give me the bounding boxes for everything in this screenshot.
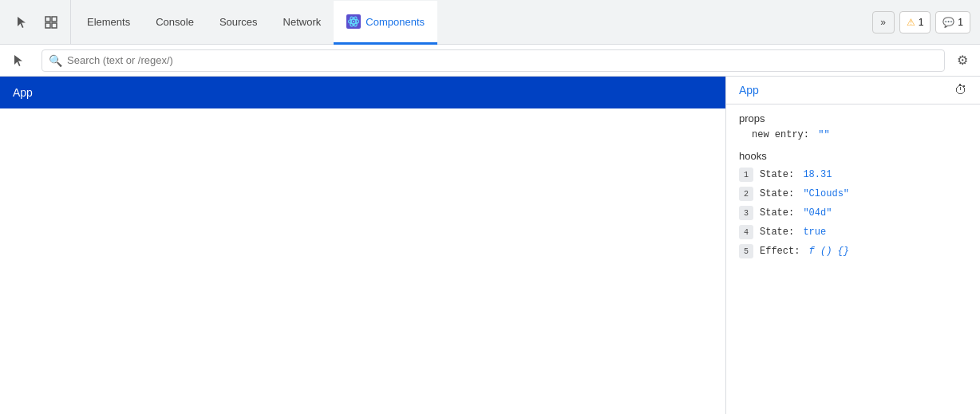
right-panel-header: App ⏱	[726, 77, 980, 104]
tab-elements[interactable]: Elements	[74, 1, 143, 45]
tab-bar-right: » ⚠ 1 💬 1	[872, 11, 977, 34]
component-app-label: App	[13, 86, 33, 99]
tab-console-label: Console	[156, 16, 194, 28]
info-badge-button[interactable]: 💬 1	[935, 11, 970, 34]
hooks-section-label: hooks	[726, 142, 980, 165]
tab-components[interactable]: Components	[334, 1, 437, 45]
tab-network[interactable]: Network	[271, 1, 334, 45]
cursor-icon[interactable]	[10, 10, 35, 35]
more-tabs-button[interactable]: »	[872, 11, 895, 34]
hook-type-4: State:	[760, 227, 800, 238]
search-icon: 🔍	[49, 54, 62, 67]
tab-bar: Elements Console Sources Network Compone…	[0, 0, 980, 45]
settings-button[interactable]: ⚙	[951, 49, 974, 72]
inspect-icon[interactable]	[38, 10, 64, 35]
hook-type-2: State:	[760, 188, 800, 199]
info-count: 1	[958, 17, 963, 28]
hook-row-2: 2 State: "Clouds"	[726, 184, 980, 203]
component-app-item[interactable]: App	[0, 77, 725, 108]
svg-point-8	[353, 21, 354, 22]
right-panel-title: App	[739, 84, 759, 97]
hook-val-1: 18.31	[803, 169, 832, 180]
warning-icon: ⚠	[907, 17, 915, 28]
search-input[interactable]	[67, 54, 938, 66]
right-panel: App ⏱ props new entry: "" hooks 1 State:…	[726, 77, 980, 414]
hook-num-1: 1	[739, 168, 753, 182]
hook-val-5: f () {}	[809, 246, 849, 257]
tab-sources-label: Sources	[219, 16, 258, 28]
tab-console[interactable]: Console	[143, 1, 207, 45]
prop-new-entry-key: new entry:	[752, 129, 815, 140]
hook-type-1: State:	[760, 169, 800, 180]
svg-rect-0	[45, 17, 50, 22]
svg-rect-3	[52, 23, 57, 28]
hook-row-3: 3 State: "04d"	[726, 203, 980, 223]
devtools-icons	[3, 0, 71, 44]
react-icon	[346, 14, 361, 29]
tab-elements-label: Elements	[87, 16, 130, 28]
hook-num-4: 4	[739, 225, 753, 239]
hook-num-5: 5	[739, 244, 753, 258]
hook-type-3: State:	[760, 207, 800, 219]
hook-val-2: "Clouds"	[803, 188, 849, 199]
hook-row-4: 4 State: true	[726, 223, 980, 242]
prop-new-entry-value: ""	[818, 129, 829, 140]
hook-val-3: "04d"	[803, 207, 832, 219]
element-picker-button[interactable]	[6, 48, 32, 73]
svg-rect-2	[45, 23, 50, 28]
left-panel: App	[0, 77, 726, 414]
tab-network-label: Network	[283, 16, 322, 28]
hook-row-5: 5 Effect: f () {}	[726, 242, 980, 261]
comment-icon: 💬	[942, 17, 954, 28]
warning-count: 1	[919, 17, 924, 28]
hook-num-3: 3	[739, 206, 753, 220]
more-tabs-label: »	[880, 17, 886, 28]
hook-row-1: 1 State: 18.31	[726, 165, 980, 184]
hook-val-4: true	[803, 227, 826, 238]
props-section-label: props	[726, 104, 980, 128]
hook-num-2: 2	[739, 187, 753, 201]
hook-type-5: Effect:	[760, 246, 806, 257]
tab-components-label: Components	[366, 16, 425, 28]
timer-icon[interactable]: ⏱	[954, 83, 967, 97]
gear-icon: ⚙	[957, 53, 968, 68]
picker-icon	[12, 53, 26, 68]
prop-new-entry-row: new entry: ""	[726, 128, 980, 142]
warning-badge-button[interactable]: ⚠ 1	[899, 11, 931, 34]
toolbar: 🔍 ⚙	[0, 45, 980, 77]
tab-sources[interactable]: Sources	[207, 1, 271, 45]
svg-rect-1	[52, 17, 57, 22]
search-container: 🔍	[41, 49, 945, 72]
main-area: App App ⏱ props new entry: "" hooks 1 St…	[0, 77, 980, 414]
